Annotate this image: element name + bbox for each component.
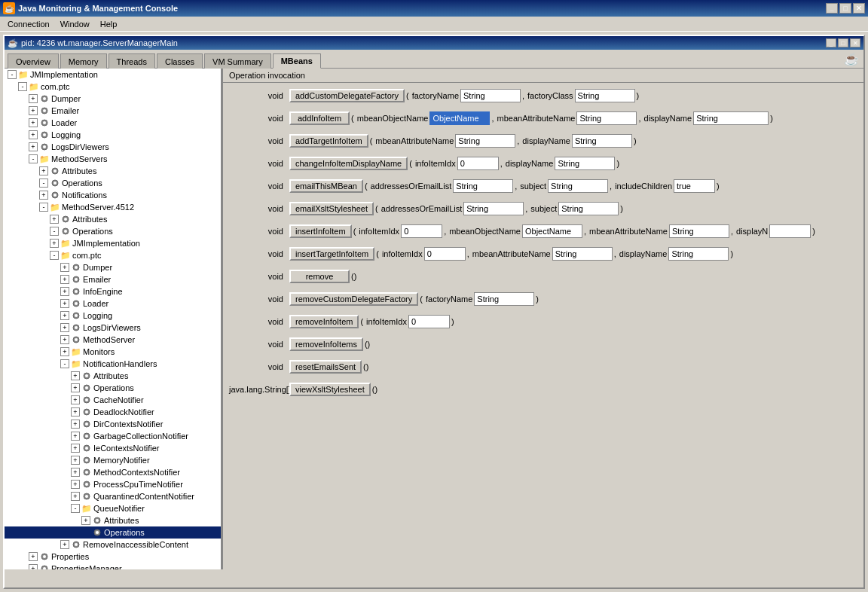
tree-item[interactable]: +MethodServer <box>5 334 221 346</box>
expand-btn[interactable]: + <box>71 492 80 501</box>
operation-button[interactable]: addCustomDelegateFactory <box>289 89 405 102</box>
expand-btn[interactable]: - <box>60 359 69 368</box>
param-input[interactable] <box>668 247 729 261</box>
expand-btn[interactable]: + <box>29 106 38 115</box>
tree-item[interactable]: +Attributes <box>5 514 221 526</box>
expand-btn[interactable]: + <box>71 468 80 477</box>
param-input[interactable] <box>674 179 715 193</box>
param-input[interactable] <box>453 179 513 193</box>
tree-item[interactable]: +MemoryNotifier <box>5 454 221 466</box>
operation-button[interactable]: removeInfoItem <box>289 315 359 328</box>
expand-btn[interactable]: + <box>60 299 69 308</box>
tab-overview[interactable]: Overview <box>8 53 59 69</box>
operation-button[interactable]: removeInfoItems <box>289 337 363 351</box>
menu-help[interactable]: Help <box>96 18 122 30</box>
expand-btn[interactable]: + <box>71 371 80 380</box>
inner-minimize-button[interactable]: _ <box>826 38 836 47</box>
operation-button[interactable]: emailThisMBean <box>289 179 363 193</box>
expand-btn[interactable]: + <box>29 552 38 561</box>
tree-item[interactable]: -📁QueueNotifier <box>5 502 221 514</box>
expand-btn[interactable]: + <box>71 420 80 429</box>
menu-connection[interactable]: Connection <box>3 18 54 30</box>
tree-item[interactable]: +📁JMImplementation <box>5 237 221 249</box>
expand-btn[interactable]: + <box>60 311 69 320</box>
tree-item[interactable]: +CacheNotifier <box>5 394 221 406</box>
expand-btn[interactable]: + <box>29 118 38 127</box>
title-bar-controls[interactable]: _ □ ✕ <box>826 3 865 14</box>
param-input[interactable] <box>424 247 466 261</box>
expand-btn[interactable]: - <box>50 227 59 236</box>
expand-btn[interactable]: - <box>50 251 59 260</box>
tab-memory[interactable]: Memory <box>60 53 107 69</box>
expand-btn[interactable]: + <box>29 130 38 139</box>
param-input[interactable] <box>401 224 442 238</box>
tree-item[interactable]: +Loader <box>5 298 221 310</box>
expand-btn[interactable]: + <box>39 191 48 200</box>
tree-item[interactable]: +Attributes <box>5 370 221 382</box>
param-input[interactable] <box>572 134 632 148</box>
param-input[interactable] <box>457 157 499 170</box>
tree-item[interactable]: -Operations <box>5 225 221 237</box>
expand-btn[interactable]: + <box>29 564 38 569</box>
maximize-button[interactable]: □ <box>839 3 851 14</box>
expand-btn[interactable]: + <box>71 383 80 392</box>
param-input[interactable] <box>455 134 515 148</box>
tree-item[interactable]: +ProcessCpuTimeNotifier <box>5 478 221 490</box>
expand-btn[interactable]: - <box>71 504 80 513</box>
expand-btn[interactable]: + <box>50 215 59 224</box>
tab-classes[interactable]: Classes <box>157 53 203 69</box>
param-input[interactable] <box>429 111 490 125</box>
expand-btn[interactable]: + <box>71 444 80 453</box>
inner-close-button[interactable]: ✕ <box>850 38 860 47</box>
expand-btn[interactable]: + <box>71 432 80 441</box>
tab-vm-summary[interactable]: VM Summary <box>204 53 271 69</box>
param-input[interactable] <box>463 202 524 215</box>
expand-btn[interactable]: + <box>60 275 69 284</box>
param-input[interactable] <box>552 247 613 261</box>
tree-item[interactable]: -📁NotificationHandlers <box>5 358 221 370</box>
tree-item[interactable]: +Properties <box>5 551 221 563</box>
inner-title-controls[interactable]: _ □ ✕ <box>826 38 860 47</box>
tree-item[interactable]: Operations <box>5 526 221 539</box>
tree-item[interactable]: +QuarantinedContentNotifier <box>5 490 221 502</box>
operation-button[interactable]: insertTargetInfoItem <box>289 247 374 261</box>
expand-btn[interactable]: + <box>71 456 80 465</box>
tree-item[interactable]: +PropertiesManager <box>5 563 221 569</box>
expand-btn[interactable]: - <box>29 154 38 163</box>
tree-item[interactable]: +Logging <box>5 129 221 141</box>
inner-maximize-button[interactable]: □ <box>838 38 848 47</box>
operation-button[interactable]: removeCustomDelegateFactory <box>289 292 418 306</box>
operation-button[interactable]: remove <box>289 270 350 283</box>
operation-button[interactable]: addInfoItem <box>289 111 350 125</box>
menu-window[interactable]: Window <box>56 18 94 30</box>
tree-item[interactable]: +GarbageCollectionNotifier <box>5 430 221 442</box>
tree-item[interactable]: +Emailer <box>5 105 221 117</box>
tree-item[interactable]: +Notifications <box>5 189 221 201</box>
expand-btn[interactable]: + <box>60 263 69 272</box>
tree-item[interactable]: +LogsDirViewers <box>5 141 221 153</box>
param-input[interactable] <box>669 224 729 238</box>
param-input[interactable] <box>576 111 637 125</box>
tree-item[interactable]: +Attributes <box>5 213 221 225</box>
tree-item[interactable]: +Attributes <box>5 165 221 177</box>
param-input[interactable] <box>408 315 450 328</box>
tree-item[interactable]: +Dumper <box>5 93 221 105</box>
expand-btn[interactable]: - <box>39 179 48 188</box>
expand-btn[interactable]: + <box>60 347 69 356</box>
tree-item[interactable]: +Loader <box>5 117 221 129</box>
tree-item[interactable]: +Operations <box>5 382 221 394</box>
tree-item[interactable]: +RemoveInaccessibleContent <box>5 539 221 551</box>
tree-item[interactable]: +IeContextsNotifier <box>5 442 221 454</box>
expand-btn[interactable]: + <box>50 239 59 248</box>
tree-item[interactable]: +InfoEngine <box>5 285 221 298</box>
param-input[interactable] <box>460 89 521 102</box>
close-button[interactable]: ✕ <box>853 3 865 14</box>
expand-btn[interactable]: + <box>60 323 69 332</box>
tree-item[interactable]: +Dumper <box>5 261 221 273</box>
tree-item[interactable]: -📁com.ptc <box>5 81 221 93</box>
expand-btn[interactable]: + <box>71 480 80 489</box>
expand-btn[interactable]: + <box>81 516 90 525</box>
operation-button[interactable]: resetEmailsSent <box>289 360 362 374</box>
param-input[interactable] <box>548 179 608 193</box>
tree-item[interactable]: +MethodContextsNotifier <box>5 466 221 478</box>
